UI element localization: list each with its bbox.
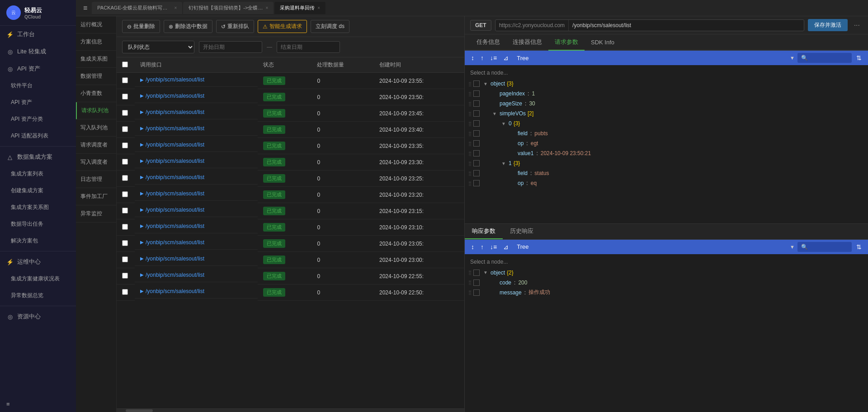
table-row[interactable]: ▶ /yonbip/scm/salesout/list 已完成 0 2024-1… bbox=[117, 122, 464, 138]
tab-connector-info[interactable]: 连接器信息 bbox=[506, 34, 548, 51]
row-checkbox-4[interactable] bbox=[122, 142, 128, 148]
row-checkbox-9[interactable] bbox=[122, 224, 128, 230]
resp-tree-expand-btn2[interactable]: ⇅ bbox=[854, 242, 863, 251]
tree-row[interactable]: ⣿ op : eq bbox=[465, 178, 868, 188]
tree-dropdown-icon[interactable]: ▼ bbox=[790, 55, 795, 61]
tree-arrow-8[interactable]: ▼ bbox=[501, 161, 507, 166]
sidebar-item-integration-map[interactable]: 集成方案关系图 bbox=[0, 199, 76, 216]
api-link-3[interactable]: ▶ /yonbip/scm/salesout/list bbox=[135, 122, 258, 136]
tree-check-1[interactable] bbox=[473, 279, 480, 286]
row-checkbox-5[interactable] bbox=[122, 159, 128, 165]
sub-menu-overview[interactable]: 运行概况 bbox=[76, 16, 116, 33]
row-checkbox-1[interactable] bbox=[122, 94, 128, 99]
sub-menu-data-management[interactable]: 数据管理 bbox=[76, 68, 116, 85]
request-tree-search[interactable] bbox=[797, 53, 852, 63]
sidebar-item-anomaly-data[interactable]: 异常数据总览 bbox=[0, 287, 76, 304]
table-row[interactable]: ▶ /yonbip/scm/salesout/list 已完成 0 2024-1… bbox=[117, 268, 464, 284]
tree-row[interactable]: ⣿ value1 : 2024-10-09 23:50:21 bbox=[465, 148, 868, 158]
tree-row[interactable]: ⣿ pageSize : 30 bbox=[465, 99, 868, 109]
tab-dingding[interactable]: 钉钉报销【项目报销类】->全蝶付款单【研西】 × bbox=[183, 2, 274, 14]
url-path[interactable]: /yonbip/scm/salesout/list bbox=[569, 20, 804, 31]
tree-check-3[interactable] bbox=[473, 110, 480, 117]
tree-row[interactable]: ⣿ field : status bbox=[465, 168, 868, 178]
sidebar-item-health-status[interactable]: 集成方案健康状况表 bbox=[0, 270, 76, 287]
tree-check-2[interactable] bbox=[473, 100, 480, 107]
api-link-1[interactable]: ▶ /yonbip/scm/salesout/list bbox=[135, 89, 258, 103]
row-checkbox-12[interactable] bbox=[122, 273, 128, 279]
row-checkbox-8[interactable] bbox=[122, 208, 128, 213]
tab-sdk-info[interactable]: SDK Info bbox=[585, 35, 621, 50]
tree-sort-btn[interactable]: ↓≡ bbox=[488, 53, 499, 62]
tree-row[interactable]: ⣿ op : egt bbox=[465, 138, 868, 148]
tree-row[interactable]: ⣿ ▼ object {3} bbox=[465, 79, 868, 89]
table-row[interactable]: ▶ /yonbip/scm/salesout/list 已完成 0 2024-1… bbox=[117, 73, 464, 89]
api-link-7[interactable]: ▶ /yonbip/scm/salesout/list bbox=[135, 187, 258, 201]
tree-filter-btn[interactable]: ⊿ bbox=[501, 53, 510, 62]
table-row[interactable]: ▶ /yonbip/scm/salesout/list 已完成 0 2024-1… bbox=[117, 138, 464, 154]
delete-selected-btn[interactable]: ⊗ 删除选中数据 bbox=[164, 20, 212, 33]
tree-arrow-0[interactable]: ▼ bbox=[483, 81, 489, 86]
row-checkbox-6[interactable] bbox=[122, 175, 128, 181]
sidebar-item-workspace[interactable]: ⚡ 工作台 bbox=[0, 26, 76, 43]
tree-row[interactable]: ⣿ code : 200 bbox=[465, 278, 868, 288]
tab-close-1[interactable]: × bbox=[266, 5, 269, 10]
response-tree-search[interactable] bbox=[797, 242, 852, 252]
sub-menu-request-queue[interactable]: 请求队列池 bbox=[76, 102, 116, 119]
resp-tree-sort-btn[interactable]: ↓≡ bbox=[488, 242, 499, 251]
api-link-11[interactable]: ▶ /yonbip/scm/salesout/list bbox=[135, 252, 258, 266]
sidebar-item-lite[interactable]: ◎ Lite 轻集成 bbox=[0, 43, 76, 60]
sidebar-item-solution-package[interactable]: 解决方案包 bbox=[0, 232, 76, 249]
tree-row[interactable]: ⣿ ▼ object {2} bbox=[465, 268, 868, 278]
sidebar-item-integration-list[interactable]: 集成方案列表 bbox=[0, 166, 76, 182]
api-link-12[interactable]: ▶ /yonbip/scm/salesout/list bbox=[135, 268, 258, 282]
hamburger-btn[interactable]: ≡ bbox=[80, 2, 91, 14]
sidebar-item-ops-center[interactable]: ⚡ 运维中心 bbox=[0, 253, 76, 270]
tab-close-0[interactable]: × bbox=[175, 5, 177, 10]
api-link-9[interactable]: ▶ /yonbip/scm/salesout/list bbox=[135, 219, 258, 233]
api-link-13[interactable]: ▶ /yonbip/scm/salesout/list bbox=[135, 284, 258, 298]
tab-task-info[interactable]: 任务信息 bbox=[470, 34, 506, 51]
sub-menu-log-management[interactable]: 日志管理 bbox=[76, 171, 116, 188]
sub-menu-write-queue[interactable]: 写入队列池 bbox=[76, 119, 116, 137]
table-row[interactable]: ▶ /yonbip/scm/salesout/list 已完成 0 2024-1… bbox=[117, 203, 464, 219]
auto-generate-btn[interactable]: ⚠ 智能生成请求 bbox=[258, 20, 307, 33]
sidebar-item-api-resource[interactable]: API 资产 bbox=[0, 94, 76, 111]
sidebar-item-software-platform[interactable]: 软件平台 bbox=[0, 77, 76, 94]
tree-row[interactable]: ⣿ pageIndex : 1 bbox=[465, 89, 868, 99]
api-link-0[interactable]: ▶ /yonbip/scm/salesout/list bbox=[135, 73, 258, 87]
tab-close-2[interactable]: × bbox=[317, 5, 320, 10]
table-row[interactable]: ▶ /yonbip/scm/salesout/list 已完成 0 2024-1… bbox=[117, 252, 464, 268]
tree-row[interactable]: ⣿ field : pubts bbox=[465, 128, 868, 138]
api-link-2[interactable]: ▶ /yonbip/scm/salesout/list bbox=[135, 105, 258, 119]
tree-expand-btn2[interactable]: ⇅ bbox=[854, 53, 863, 62]
tree-check-2[interactable] bbox=[473, 289, 480, 296]
sidebar-item-api-assets[interactable]: ◎ API 资产 bbox=[0, 60, 76, 77]
tab-response-params[interactable]: 响应参数 bbox=[465, 224, 503, 239]
tree-check-1[interactable] bbox=[473, 90, 480, 97]
row-checkbox-7[interactable] bbox=[122, 191, 128, 197]
scroll-thumb[interactable] bbox=[126, 409, 153, 412]
sub-menu-write-scheduler[interactable]: 写入调度者 bbox=[76, 154, 116, 171]
tree-row[interactable]: ⣿ message : 操作成功 bbox=[465, 288, 868, 298]
end-date-input[interactable] bbox=[277, 41, 340, 53]
tree-check-6[interactable] bbox=[473, 140, 480, 147]
tree-row[interactable]: ⣿ ▼ simpleVOs [2] bbox=[465, 109, 868, 118]
start-date-input[interactable] bbox=[199, 41, 262, 53]
tab-purchase[interactable]: 采购退料单回传 × bbox=[274, 2, 326, 14]
row-checkbox-13[interactable] bbox=[122, 289, 128, 295]
requeue-btn[interactable]: ↺ 重新排队 bbox=[216, 20, 254, 33]
tree-row[interactable]: ⣿ ▼ 1 {3} bbox=[465, 158, 868, 168]
sidebar-item-resource-center[interactable]: ◎ 资源中心 bbox=[0, 308, 76, 325]
sidebar-item-api-category[interactable]: API 资产分类 bbox=[0, 111, 76, 128]
sub-menu-anomaly-monitor[interactable]: 异常监控 bbox=[76, 205, 116, 223]
table-row[interactable]: ▶ /yonbip/scm/salesout/list 已完成 0 2024-1… bbox=[117, 219, 464, 236]
tree-row[interactable]: ⣿ ▼ 0 {3} bbox=[465, 118, 868, 128]
sub-menu-plan-info[interactable]: 方案信息 bbox=[76, 33, 116, 51]
sidebar-item-create-integration[interactable]: 创建集成方案 bbox=[0, 182, 76, 199]
table-row[interactable]: ▶ /yonbip/scm/salesout/list 已完成 0 2024-1… bbox=[117, 89, 464, 105]
tab-package[interactable]: PACKAGE-全蝶云星辰物料写入旺店通货品档案 × bbox=[92, 2, 182, 14]
tree-check-4[interactable] bbox=[473, 120, 480, 127]
row-checkbox-3[interactable] bbox=[122, 126, 128, 132]
sub-menu-xiao-qing[interactable]: 小青查数 bbox=[76, 85, 116, 102]
tree-check-5[interactable] bbox=[473, 130, 480, 137]
